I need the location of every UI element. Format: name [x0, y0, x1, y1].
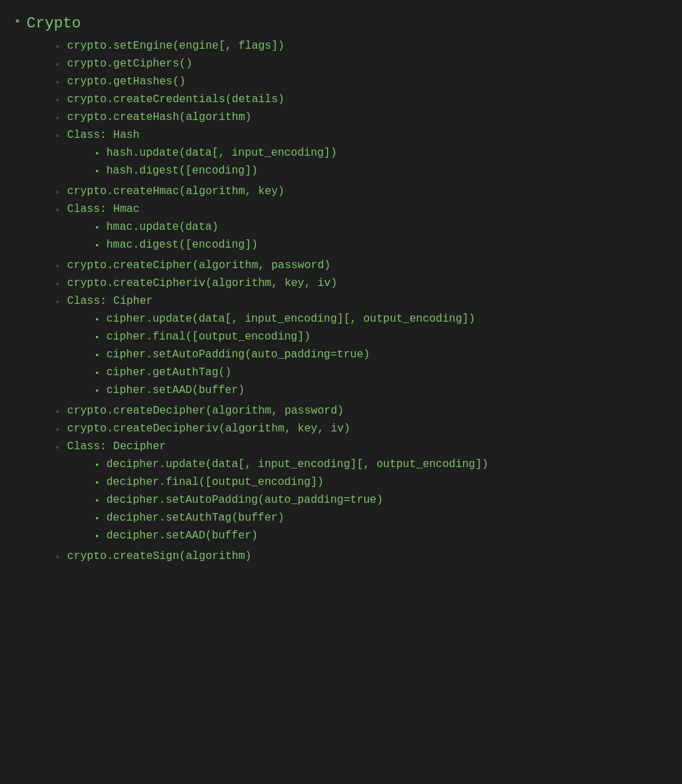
level-3-text: decipher.setAutoPadding(auto_padding=tru… [106, 492, 383, 508]
square-bullet: ▪ [95, 459, 99, 471]
level-3-text: decipher.setAuthTag(buffer) [106, 510, 284, 526]
level-3-item: ▪hmac.digest([encoding]) [95, 237, 258, 253]
square-bullet: ▪ [95, 331, 99, 344]
level-3-list: ▪hash.update(data[, input_encoding])▪has… [95, 145, 337, 180]
hollow-bullet: ◦ [55, 441, 60, 455]
level-2-text: Class: Cipher [67, 293, 475, 309]
level-2-item: ◦Class: Hash▪hash.update(data[, input_en… [55, 127, 668, 182]
level-2-text: crypto.createCipheriv(algorithm, key, iv… [67, 275, 338, 292]
level-3-text: hash.update(data[, input_encoding]) [106, 145, 337, 161]
level-2-item: ◦crypto.createCipher(algorithm, password… [55, 257, 668, 274]
hollow-bullet: ◦ [55, 112, 60, 126]
hollow-bullet: ◦ [55, 186, 60, 200]
level-3-text: cipher.getAuthTag() [106, 364, 231, 381]
level-2-item: ◦Class: Decipher▪decipher.update(data[, … [55, 438, 668, 547]
level-3-item: ▪decipher.setAuthTag(buffer) [95, 510, 489, 526]
level-3-item: ▪cipher.setAutoPadding(auto_padding=true… [95, 346, 475, 363]
level-2-text: crypto.getHashes() [67, 73, 186, 90]
level-2-item: ◦crypto.setEngine(engine[, flags]) [55, 38, 668, 54]
level-2-text: crypto.createCredentials(details) [67, 91, 285, 108]
level-2-item: ◦crypto.createCipheriv(algorithm, key, i… [55, 275, 668, 292]
level-2-text: crypto.setEngine(engine[, flags]) [67, 38, 285, 54]
square-bullet: ▪ [95, 222, 99, 234]
level-2-text: crypto.createSign(algorithm) [67, 548, 252, 565]
level-3-text: decipher.setAAD(buffer) [106, 527, 258, 544]
level-3-item: ▪cipher.final([output_encoding]) [95, 329, 475, 345]
hollow-bullet: ◦ [55, 296, 60, 309]
square-bullet: ▪ [95, 165, 99, 178]
level-3-list: ▪decipher.update(data[, input_encoding][… [95, 456, 489, 545]
level-2-item: ◦crypto.getCiphers() [55, 56, 668, 72]
level-2-text: crypto.createCipher(algorithm, password) [67, 257, 331, 274]
level-2-item: ◦crypto.createSign(algorithm) [55, 548, 668, 565]
level-2-text: crypto.createHash(algorithm) [67, 109, 252, 126]
level-2-item: ◦crypto.createCredentials(details) [55, 91, 668, 108]
level-3-item: ▪hmac.update(data) [95, 219, 258, 235]
level-3-text: cipher.final([output_encoding]) [106, 329, 311, 345]
level-3-text: decipher.update(data[, input_encoding][,… [106, 456, 489, 473]
hollow-bullet: ◦ [55, 58, 60, 72]
hollow-bullet: ◦ [55, 204, 60, 217]
level-2-text: crypto.getCiphers() [67, 56, 192, 72]
square-bullet: ▪ [95, 477, 99, 489]
hollow-bullet: ◦ [55, 260, 60, 274]
square-bullet: ▪ [95, 512, 99, 525]
square-bullet: ▪ [95, 349, 99, 361]
level-2-list: ◦crypto.setEngine(engine[, flags])◦crypt… [55, 38, 668, 565]
level-3-item: ▪cipher.update(data[, input_encoding][, … [95, 311, 475, 327]
level-3-text: hash.digest([encoding]) [106, 163, 258, 179]
level-3-text: cipher.setAutoPadding(auto_padding=true) [106, 346, 370, 363]
level-2-item: ◦crypto.createDecipher(algorithm, passwo… [55, 403, 668, 419]
hollow-bullet: ◦ [55, 130, 60, 143]
square-bullet: ▪ [95, 385, 99, 397]
tree-root: • Crypto ◦crypto.setEngine(engine[, flag… [14, 7, 668, 573]
level-2-text: crypto.createDecipheriv(algorithm, key, … [67, 420, 351, 437]
level-2-text: crypto.createDecipher(algorithm, passwor… [67, 403, 344, 419]
level-2-item: ◦crypto.createHmac(algorithm, key) [55, 183, 668, 200]
level-3-item: ▪cipher.getAuthTag() [95, 364, 475, 381]
hollow-bullet: ◦ [55, 551, 60, 565]
level-2-item: ◦crypto.getHashes() [55, 73, 668, 90]
root-item: • Crypto [14, 14, 668, 35]
hollow-bullet: ◦ [55, 405, 60, 419]
square-bullet: ▪ [95, 147, 99, 160]
level-3-item: ▪decipher.update(data[, input_encoding][… [95, 456, 489, 473]
hollow-bullet: ◦ [55, 278, 60, 292]
level-2-text: Class: Hash [67, 127, 337, 143]
hollow-bullet: ◦ [55, 423, 60, 437]
level-2-item: ◦Class: Cipher▪cipher.update(data[, inpu… [55, 293, 668, 401]
square-bullet: ▪ [95, 239, 99, 252]
level-3-item: ▪decipher.setAutoPadding(auto_padding=tr… [95, 492, 489, 508]
square-bullet: ▪ [95, 367, 99, 379]
hollow-bullet: ◦ [55, 40, 60, 54]
level-2-item: ◦Class: Hmac▪hmac.update(data)▪hmac.dige… [55, 201, 668, 256]
level-3-list: ▪cipher.update(data[, input_encoding][, … [95, 311, 475, 400]
level-3-item: ▪decipher.setAAD(buffer) [95, 527, 489, 544]
level-2-text: crypto.createHmac(algorithm, key) [67, 183, 285, 200]
square-bullet: ▪ [95, 530, 99, 543]
hollow-bullet: ◦ [55, 76, 60, 90]
level-3-list: ▪hmac.update(data)▪hmac.digest([encoding… [95, 219, 258, 254]
level-3-text: cipher.setAAD(buffer) [106, 382, 245, 399]
level-2-item: ◦crypto.createDecipheriv(algorithm, key,… [55, 420, 668, 437]
level-3-item: ▪hash.digest([encoding]) [95, 163, 337, 179]
level-3-text: decipher.final([output_encoding]) [106, 474, 324, 490]
level-2-text: Class: Hmac [67, 201, 258, 217]
level-3-item: ▪cipher.setAAD(buffer) [95, 382, 475, 399]
level-3-text: hmac.update(data) [106, 219, 218, 235]
hollow-bullet: ◦ [55, 94, 60, 108]
level-2-item: ◦crypto.createHash(algorithm) [55, 109, 668, 126]
root-bullet: • [14, 15, 21, 29]
square-bullet: ▪ [95, 495, 99, 507]
level-3-item: ▪hash.update(data[, input_encoding]) [95, 145, 337, 161]
root-label: Crypto [27, 14, 81, 35]
level-3-text: hmac.digest([encoding]) [106, 237, 258, 253]
level-3-item: ▪decipher.final([output_encoding]) [95, 474, 489, 490]
level-3-text: cipher.update(data[, input_encoding][, o… [106, 311, 475, 327]
square-bullet: ▪ [95, 313, 99, 326]
level-2-text: Class: Decipher [67, 438, 489, 455]
